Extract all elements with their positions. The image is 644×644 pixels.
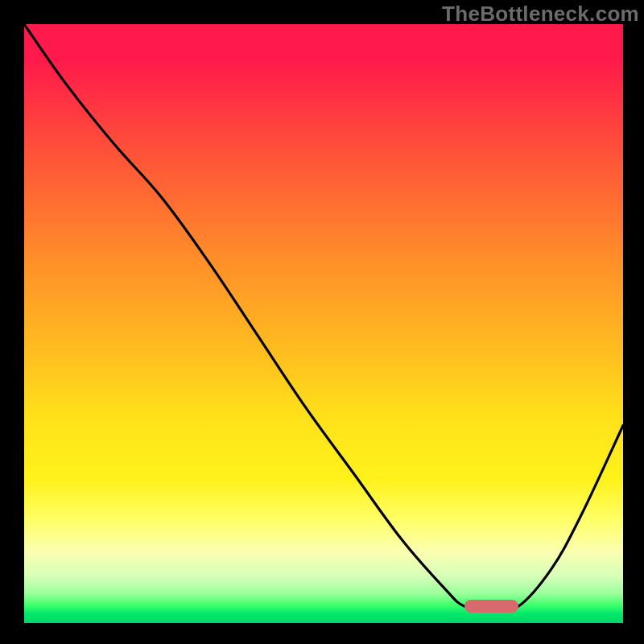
watermark-text: TheBottleneck.com <box>442 2 639 27</box>
bottleneck-curve <box>24 24 623 623</box>
optimal-marker <box>464 600 518 613</box>
chart-frame: TheBottleneck.com <box>0 0 644 644</box>
plot-area <box>24 24 623 623</box>
